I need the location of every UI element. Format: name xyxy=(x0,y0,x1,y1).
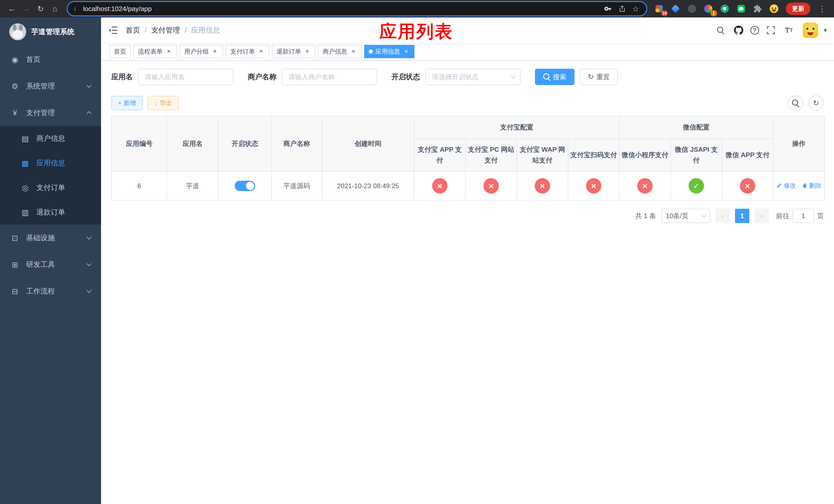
search-button[interactable]: 搜索 xyxy=(535,69,574,85)
close-icon[interactable]: × xyxy=(211,48,219,55)
reset-button[interactable]: ↻ 重置 xyxy=(579,69,618,85)
grid-app-icon: ▦ xyxy=(21,159,30,168)
tab-user-group[interactable]: 用户分组× xyxy=(179,45,223,58)
page-1-button[interactable]: 1 xyxy=(735,209,749,223)
menu-label: 商户信息 xyxy=(37,134,65,143)
github-icon[interactable] xyxy=(732,24,745,37)
sidebar-item-payment[interactable]: ¥ 支付管理 xyxy=(0,99,101,126)
chat-icon xyxy=(737,5,745,13)
col-actions: 操作 xyxy=(773,116,825,171)
tab-merchant-info[interactable]: 商户信息× xyxy=(318,45,361,58)
sidebar-item-workflow[interactable]: ⊟ 工作流程 xyxy=(0,278,101,304)
home-icon[interactable]: ⌂ xyxy=(48,2,62,15)
menu-label: 退款订单 xyxy=(37,207,65,217)
fullscreen-icon[interactable] xyxy=(765,24,777,37)
sidebar-item-system[interactable]: ⚙ 系统管理 xyxy=(0,73,101,99)
browser-update-button[interactable]: 更新 xyxy=(786,3,810,15)
prev-page-button[interactable]: ‹ xyxy=(716,209,730,223)
tab-payment-order[interactable]: 支付订单× xyxy=(226,45,269,58)
sidebar-item-infrastructure[interactable]: ⊡ 基础设施 xyxy=(0,225,101,251)
edit-link[interactable]: 修改 xyxy=(776,182,796,190)
extensions-puzzle-icon[interactable] xyxy=(751,2,764,15)
wechat-app-status-icon xyxy=(740,178,755,193)
extension-dark-circle-icon[interactable] xyxy=(685,2,699,15)
search-icon[interactable] xyxy=(715,24,727,37)
close-icon[interactable]: × xyxy=(165,48,172,55)
caret-down-icon[interactable]: ▾ xyxy=(824,27,827,34)
extension-chat-icon[interactable] xyxy=(734,2,748,15)
merchant-name-input[interactable] xyxy=(282,69,377,85)
next-page-button[interactable]: › xyxy=(754,209,769,223)
refresh-table-button[interactable]: ↻ xyxy=(808,95,824,111)
sidebar-item-devtools[interactable]: ⊞ 研发工具 xyxy=(0,251,101,278)
browser-menu-icon[interactable]: ⋮ xyxy=(815,2,829,15)
dashboard-icon: ◉ xyxy=(10,55,20,64)
refresh-icon: ↻ xyxy=(588,73,594,81)
payment-submenu: ▤ 商户信息 ▦ 应用信息 ◎ 支付订单 ▥ 退款订单 xyxy=(0,126,101,225)
camera-icon xyxy=(721,5,729,13)
toggle-search-button[interactable] xyxy=(788,95,803,111)
sidebar-fold-icon[interactable] xyxy=(101,18,126,43)
col-alipay-pc: 支付宝 PC 网站支付 xyxy=(465,139,517,171)
status-toggle[interactable] xyxy=(235,181,255,191)
extension-grid-icon[interactable]: 10 xyxy=(653,2,666,15)
sidebar-item-app-info[interactable]: ▦ 应用信息 xyxy=(0,151,101,175)
app-logo[interactable]: 芋道管理系统 xyxy=(0,18,101,46)
goto-page: 前往 页 xyxy=(776,209,824,223)
sidebar-item-merchant-info[interactable]: ▤ 商户信息 xyxy=(0,126,101,151)
close-icon[interactable]: × xyxy=(350,48,357,55)
add-button[interactable]: + 新增 xyxy=(111,96,142,110)
share-icon[interactable] xyxy=(618,5,626,13)
alipay-qr-status-icon xyxy=(586,178,601,193)
tag-bar: 首页 流程表单× 用户分组× 支付订单× 退款订单× 商户信息× 应用信息× xyxy=(101,43,834,61)
extension-badge: 1 xyxy=(710,10,717,17)
key-icon[interactable] xyxy=(604,5,612,13)
font-size-icon[interactable]: TT xyxy=(783,24,795,37)
workflow-icon: ⊟ xyxy=(10,287,20,296)
breadcrumb-payment[interactable]: 支付管理 xyxy=(151,25,180,35)
address-bar[interactable]: i localhost:1024/pay/app ☆ xyxy=(68,2,646,15)
user-avatar[interactable] xyxy=(803,23,818,38)
page-size-select[interactable]: 10条/页 xyxy=(661,209,710,223)
app-name-input[interactable] xyxy=(138,69,233,85)
tab-refund-order[interactable]: 退款订单× xyxy=(272,45,315,58)
extension-gem-icon[interactable] xyxy=(669,2,682,15)
breadcrumb-home[interactable]: 首页 xyxy=(126,25,140,35)
browser-profile-avatar[interactable] xyxy=(767,2,781,15)
sidebar-item-refund-order[interactable]: ▥ 退款订单 xyxy=(0,200,101,225)
help-icon[interactable]: ? xyxy=(750,26,759,35)
delete-link[interactable]: 删除 xyxy=(802,182,821,190)
close-icon[interactable]: × xyxy=(403,48,410,55)
col-alipay-qr: 支付宝扫码支付 xyxy=(568,139,619,171)
extensions-area: 10 1 更新 ⋮ xyxy=(653,2,829,15)
extension-rainbow-icon[interactable]: 1 xyxy=(702,2,715,15)
site-info-icon[interactable]: i xyxy=(70,4,80,14)
status-select[interactable]: 请选择开启状态 xyxy=(425,69,521,85)
app-name-label: 应用名 xyxy=(111,72,133,82)
forward-icon[interactable]: → xyxy=(20,2,33,15)
page-annotation: 应用列表 xyxy=(379,20,453,43)
goto-page-input[interactable] xyxy=(792,209,814,223)
export-button[interactable]: ↓ 导出 xyxy=(148,96,178,110)
tab-home[interactable]: 首页 xyxy=(109,45,131,58)
extension-green-circle-icon[interactable] xyxy=(718,2,731,15)
cell-merchant: 芋道源码 xyxy=(271,171,322,200)
close-icon[interactable]: × xyxy=(258,48,265,55)
alipay-pc-status-icon xyxy=(483,178,499,193)
sidebar: 芋道管理系统 ◉ 首页 ⚙ 系统管理 ¥ 支付管理 xyxy=(0,18,101,504)
table-toolbar: + 新增 ↓ 导出 ↻ xyxy=(111,95,824,111)
sidebar-item-home[interactable]: ◉ 首页 xyxy=(0,46,101,73)
col-alipay-app: 支付宝 APP 支付 xyxy=(414,139,465,171)
tab-app-info[interactable]: 应用信息× xyxy=(364,45,414,58)
status-label: 开启状态 xyxy=(391,72,420,82)
tab-process-form[interactable]: 流程表单× xyxy=(133,45,177,58)
reload-icon[interactable]: ↻ xyxy=(34,2,47,15)
search-icon xyxy=(792,99,799,107)
screen: ← → ↻ ⌂ i localhost:1024/pay/app ☆ 10 1 … xyxy=(0,0,834,504)
bookmark-star-icon[interactable]: ☆ xyxy=(632,4,639,13)
face-icon xyxy=(770,4,778,13)
sidebar-item-payment-order[interactable]: ◎ 支付订单 xyxy=(0,175,101,200)
close-icon[interactable]: × xyxy=(304,48,311,55)
chevron-down-icon xyxy=(86,234,91,240)
back-icon[interactable]: ← xyxy=(5,2,19,15)
